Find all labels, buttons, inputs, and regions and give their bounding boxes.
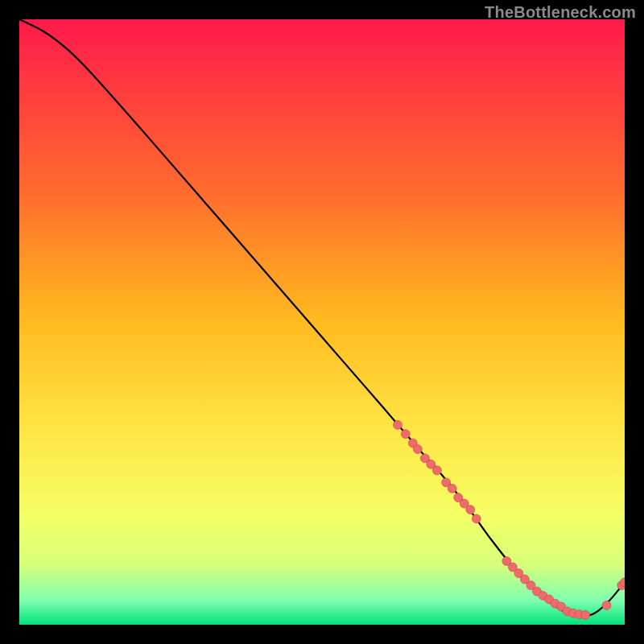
data-marker — [432, 466, 441, 475]
chart-stage: TheBottleneck.com — [0, 0, 644, 644]
data-marker — [394, 420, 402, 429]
data-marker — [466, 506, 475, 514]
chart-svg — [19, 19, 625, 625]
data-marker — [472, 514, 481, 523]
plot-area — [19, 19, 625, 625]
data-marker — [581, 610, 590, 619]
data-marker — [413, 444, 422, 453]
data-marker — [602, 601, 611, 609]
data-marker — [448, 484, 456, 493]
data-marker — [401, 430, 410, 439]
gradient-background — [19, 19, 625, 625]
